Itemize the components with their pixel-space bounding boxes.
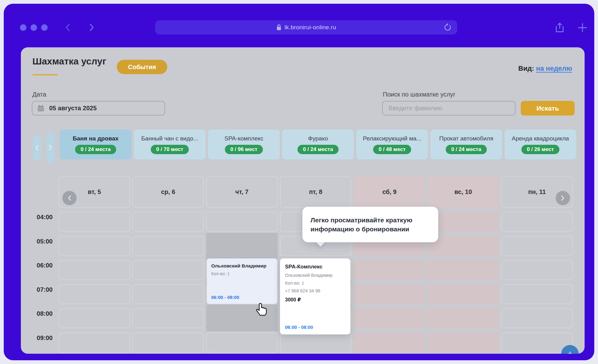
day-header-1: ср, 6 (132, 176, 204, 208)
popup-quantity: Кол-во: 1 (285, 281, 345, 286)
time-label: 06:00 (37, 262, 53, 269)
window-dot-1[interactable] (20, 24, 26, 31)
booking-card[interactable]: Ольховский Владимир Кол-во: 1 06:00 - 08… (207, 258, 277, 304)
forward-icon[interactable] (87, 23, 96, 32)
page-title: Шахматка услуг (32, 56, 106, 67)
grid-cell[interactable] (59, 236, 130, 256)
grid-cell[interactable] (427, 333, 499, 352)
service-tab-2[interactable]: SPA-комплекс0 / 96 мест (208, 130, 280, 159)
address-bar[interactable]: lk.bronirui-online.ru (155, 20, 457, 35)
popup-phone: +7 968 624 34 98 (285, 288, 345, 293)
view-week-link[interactable]: на неделю (536, 64, 572, 72)
time-label: 07:00 (37, 286, 53, 293)
grid-cell[interactable] (427, 236, 499, 256)
url-text: lk.bronirui-online.ru (285, 24, 336, 31)
hand-cursor-icon (254, 302, 269, 316)
grid-cell[interactable] (132, 308, 204, 328)
lock-icon (276, 24, 282, 31)
booking-card-quantity: Кол-во: 1 (211, 271, 273, 276)
service-tab-name: Прокат автомобиля (439, 135, 493, 142)
grid-cell[interactable] (427, 260, 499, 280)
search-label: Поиск по шахматке услуг (383, 91, 456, 98)
booking-card-time: 06:00 - 08:00 (211, 295, 273, 300)
grid-cell[interactable] (501, 308, 573, 328)
grid-cell[interactable] (59, 284, 130, 304)
view-switch: Вид: на неделю (518, 64, 572, 73)
grid-cell[interactable] (427, 284, 499, 304)
search-button[interactable]: Искать (521, 101, 575, 116)
grid-cell[interactable] (501, 260, 573, 280)
view-label: Вид: (518, 64, 534, 72)
popup-price: 3000 ₽ (285, 297, 345, 303)
share-icon[interactable] (555, 22, 564, 33)
grid-cell[interactable] (132, 284, 204, 304)
time-label: 05:00 (37, 238, 53, 245)
popup-service: SPA-Комплекс (285, 264, 345, 270)
time-label: 08:00 (37, 310, 53, 317)
chevron-left-icon (67, 195, 72, 201)
grid-cell[interactable] (132, 260, 204, 280)
grid-cell[interactable] (354, 333, 425, 352)
grid-cell[interactable] (132, 333, 204, 352)
refresh-icon[interactable] (444, 23, 452, 31)
window-dot-3[interactable] (41, 24, 48, 31)
capacity-badge: 0 / 24 места (446, 145, 487, 154)
back-icon[interactable] (64, 23, 72, 32)
grid-cell[interactable] (501, 236, 573, 256)
events-button[interactable]: События (117, 60, 167, 74)
time-label: 09:00 (37, 334, 53, 342)
service-tab-6[interactable]: Аренда квадроцикла0 / 26 мест (505, 130, 576, 159)
chevron-right-icon (560, 195, 565, 201)
capacity-badge: 0 / 48 мест (373, 145, 411, 154)
service-tab-5[interactable]: Прокат автомобиля0 / 24 места (430, 130, 502, 159)
popup-time: 06:00 - 08:00 (285, 324, 345, 330)
service-tab-name: SPA-комплекс (224, 135, 263, 142)
service-tab-3[interactable]: Фурако0 / 24 места (282, 130, 354, 159)
grid-cell[interactable] (59, 333, 130, 352)
calendar-icon (37, 105, 44, 112)
grid-cell[interactable] (206, 236, 278, 256)
time-label: 04:00 (37, 214, 53, 221)
date-label: Дата (32, 91, 46, 98)
booking-card-name: Ольховский Владимир (211, 263, 273, 269)
search-input[interactable] (382, 101, 515, 116)
grid-cell[interactable] (280, 333, 352, 352)
calendar-next-button[interactable] (556, 191, 570, 205)
booking-popup: SPA-Комплекс Ольховский Владимир Кол-во:… (280, 258, 350, 334)
popup-client-name: Ольховский Владимир (285, 273, 345, 278)
day-headers: вт, 5ср, 6чт, 7пт, 8сб, 9вс, 10пн, 11 (59, 176, 573, 208)
tabs-scroll-left-button[interactable] (33, 135, 41, 160)
window-dot-2[interactable] (31, 24, 37, 31)
grid-cell[interactable] (354, 260, 425, 280)
title-underline (32, 74, 58, 75)
grid-cell[interactable] (206, 212, 278, 232)
grid-cell[interactable] (59, 212, 130, 232)
day-header-5: вс, 10 (427, 176, 499, 208)
grid-cell[interactable] (59, 260, 130, 280)
grid-cell[interactable] (132, 212, 204, 232)
service-tabs: Баня на дровах0 / 24 местаБанный чан с в… (60, 130, 576, 159)
date-field[interactable]: 05 августа 2025 (32, 101, 165, 116)
day-header-3: пт, 8 (280, 176, 352, 208)
grid-cell[interactable] (354, 284, 425, 304)
new-tab-icon[interactable] (577, 23, 587, 33)
grid-cell[interactable] (501, 212, 573, 232)
grid-cell[interactable] (59, 308, 130, 328)
onboarding-tooltip: Легко просматривайте краткую информацию … (302, 207, 438, 242)
service-tab-1[interactable]: Банный чан с видо...0 / 70 мест (134, 130, 206, 159)
day-header-2: чт, 7 (206, 176, 278, 208)
service-tab-name: Баня на дровах (73, 135, 118, 142)
service-tab-4[interactable]: Релаксирующий ма...0 / 48 мест (356, 130, 428, 159)
window-controls[interactable] (20, 24, 48, 31)
grid-cell[interactable] (501, 284, 573, 304)
grid-cell[interactable] (132, 236, 204, 256)
grid-cell[interactable] (427, 308, 499, 328)
service-tab-0[interactable]: Баня на дровах0 / 24 места (60, 130, 131, 159)
capacity-badge: 0 / 96 мест (225, 145, 263, 154)
tabs-scroll-right-button[interactable] (46, 132, 55, 163)
service-tab-name: Фурако (308, 135, 328, 142)
grid-cell[interactable] (206, 333, 278, 352)
calendar-prev-button[interactable] (62, 191, 77, 205)
browser-window: lk.bronirui-online.ru Шахматка услуг (4, 4, 594, 360)
grid-cell[interactable] (354, 308, 425, 328)
